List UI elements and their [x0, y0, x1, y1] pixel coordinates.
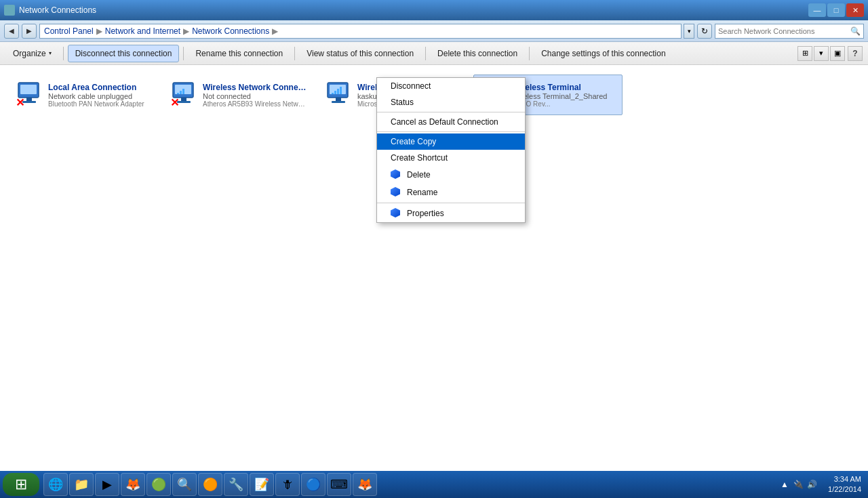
toolbar-separator-1 — [63, 47, 64, 60]
svg-rect-3 — [22, 101, 36, 103]
ctx-cancel-default-label: Cancel as Default Connection — [391, 117, 498, 127]
ctx-separator-3 — [377, 203, 525, 203]
connection-status-wireless-terminal: Wireless Terminal_2_Shared — [512, 92, 616, 100]
change-settings-button[interactable]: Change settings of this connection — [534, 45, 673, 62]
search-input[interactable] — [718, 27, 848, 35]
connection-icon-wireless-1: ✕ — [170, 81, 197, 108]
minimize-button[interactable]: — — [808, 3, 826, 17]
main-content: ✕ Local Area Connection Network cable un… — [0, 65, 868, 471]
breadcrumb-dropdown-button[interactable]: ▾ — [684, 24, 694, 39]
view-status-label: View status of this connection — [307, 49, 414, 58]
svg-rect-15 — [332, 93, 334, 94]
ctx-create-shortcut[interactable]: Create Shortcut — [377, 150, 525, 166]
connection-info-wireless-terminal: Wireless Terminal Wireless Terminal_2_Sh… — [512, 83, 616, 108]
svg-rect-13 — [336, 98, 341, 101]
ctx-delete[interactable]: Delete — [377, 166, 525, 184]
taskbar-app-media[interactable]: ▶ — [95, 473, 119, 496]
taskbar-app-tool1[interactable]: 🔧 — [224, 473, 248, 496]
svg-rect-7 — [177, 101, 191, 103]
svg-rect-14 — [332, 101, 345, 103]
title-bar-buttons: — □ ✕ — [808, 3, 864, 17]
view-toggle-button[interactable]: ⊞ — [797, 46, 812, 61]
taskbar-app-firefox2[interactable]: 🦊 — [353, 473, 377, 496]
ctx-disconnect[interactable]: Disconnect — [377, 78, 525, 94]
help-button[interactable]: ? — [848, 46, 863, 61]
maximize-button[interactable]: □ — [827, 3, 845, 17]
taskbar-app-ie[interactable]: 🌐 — [43, 473, 68, 496]
status-x-icon-2: ✕ — [170, 98, 179, 108]
view-dropdown-button[interactable]: ▾ — [814, 46, 829, 61]
back-button[interactable]: ◀ — [4, 24, 19, 39]
toolbar-separator-3 — [294, 47, 295, 60]
view-buttons: ⊞ ▾ ▣ ? — [797, 46, 863, 61]
connection-info-wireless-1: Wireless Network Connection Not connecte… — [203, 83, 307, 108]
taskbar: ⊞ 🌐 📁 ▶ 🦊 🟢 🔍 🟠 🔧 📝 🗡 🔵 ⌨ 🦊 ▲ 🔌 🔊 3:34 A… — [0, 471, 868, 498]
ctx-separator-1 — [377, 112, 525, 112]
organize-label: Organize — [13, 49, 46, 58]
breadcrumb[interactable]: Control Panel ▶ Network and Internet ▶ N… — [39, 24, 682, 39]
search-box[interactable]: 🔍 — [715, 24, 864, 39]
preview-pane-button[interactable]: ▣ — [830, 46, 845, 61]
taskbar-app-search[interactable]: 🔍 — [172, 473, 197, 496]
toolbar-separator-4 — [425, 47, 426, 60]
delete-label: Delete this connection — [437, 49, 517, 58]
breadcrumb-sep-3: ▶ — [272, 26, 278, 36]
disconnect-button[interactable]: Disconnect this connection — [68, 45, 180, 62]
context-menu: Disconnect Status Cancel as Default Conn… — [376, 77, 526, 223]
svg-rect-2 — [26, 98, 32, 101]
tray-audio-icon[interactable]: 🔊 — [806, 479, 817, 490]
svg-rect-1 — [20, 85, 37, 94]
connection-name-wireless-1: Wireless Network Connection — [203, 83, 307, 92]
toolbar-separator-5 — [529, 47, 530, 60]
connection-name-local-area: Local Area Connection — [48, 83, 153, 92]
title-bar-left: Network Connections — [4, 5, 96, 16]
ctx-create-shortcut-label: Create Shortcut — [391, 153, 448, 163]
window-title: Network Connections — [19, 5, 96, 15]
clock-time: 3:34 AM — [828, 474, 861, 484]
connection-adapter-wireless-terminal: EVDO Rev... — [512, 100, 616, 108]
start-button[interactable]: ⊞ — [3, 473, 39, 496]
rename-label: Rename this connection — [195, 49, 283, 58]
ctx-delete-label: Delete — [407, 170, 431, 180]
connection-local-area[interactable]: ✕ Local Area Connection Network cable un… — [9, 75, 159, 115]
connection-info-local-area: Local Area Connection Network cable unpl… — [48, 83, 153, 108]
taskbar-app-green[interactable]: 🟢 — [146, 473, 171, 496]
taskbar-app-tool4[interactable]: 🔵 — [301, 473, 326, 496]
taskbar-app-chrome[interactable]: 🟠 — [198, 473, 222, 496]
ctx-properties-label: Properties — [407, 209, 444, 218]
taskbar-app-tool3[interactable]: 🗡 — [275, 473, 300, 496]
ctx-rename[interactable]: Rename — [377, 184, 525, 201]
ctx-create-copy[interactable]: Create Copy — [377, 133, 525, 150]
delete-button[interactable]: Delete this connection — [430, 45, 525, 62]
breadcrumb-item-connections[interactable]: Network Connections — [192, 26, 269, 36]
taskbar-app-kbd[interactable]: ⌨ — [327, 473, 351, 496]
clock[interactable]: 3:34 AM 1/22/2014 — [824, 473, 865, 497]
connection-icon-local-area: ✕ — [16, 81, 43, 108]
change-settings-label: Change settings of this connection — [541, 49, 665, 58]
connection-name-wireless-terminal: Wireless Terminal — [512, 83, 616, 92]
rename-button[interactable]: Rename this connection — [188, 45, 290, 62]
breadcrumb-item-control-panel[interactable]: Control Panel — [44, 26, 94, 36]
tray-arrow-icon[interactable]: ▲ — [779, 479, 790, 490]
tray-network-icon[interactable]: 🔌 — [793, 479, 804, 490]
toolbar-separator-2 — [183, 47, 184, 60]
taskbar-app-tool2[interactable]: 📝 — [250, 473, 274, 496]
ctx-status[interactable]: Status — [377, 94, 525, 110]
close-button[interactable]: ✕ — [846, 3, 864, 17]
refresh-button[interactable]: ↻ — [697, 24, 712, 39]
breadcrumb-item-network[interactable]: Network and Internet — [105, 26, 180, 36]
taskbar-app-explorer[interactable]: 📁 — [69, 473, 94, 496]
view-status-button[interactable]: View status of this connection — [299, 45, 421, 62]
ctx-separator-2 — [377, 131, 525, 132]
shield-blue-icon-properties — [391, 208, 401, 219]
ctx-cancel-default[interactable]: Cancel as Default Connection — [377, 114, 525, 130]
connection-wireless-1[interactable]: ✕ Wireless Network Connection Not connec… — [164, 75, 313, 115]
start-orb-icon: ⊞ — [15, 476, 27, 493]
forward-button[interactable]: ▶ — [22, 24, 37, 39]
ctx-properties[interactable]: Properties — [377, 205, 525, 222]
organize-button[interactable]: Organize ▾ — [5, 45, 59, 62]
taskbar-app-firefox[interactable]: 🦊 — [121, 473, 145, 496]
breadcrumb-sep-1: ▶ — [96, 26, 102, 36]
title-bar: Network Connections — □ ✕ — [0, 0, 868, 20]
ctx-disconnect-label: Disconnect — [391, 81, 431, 91]
